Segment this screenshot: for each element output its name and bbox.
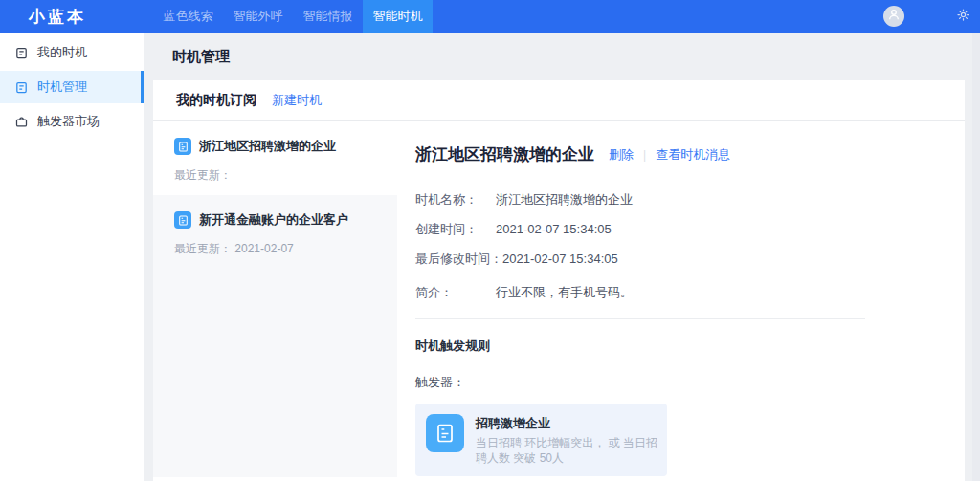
person-icon (886, 7, 902, 26)
trigger-card-text: 招聘激增企业 当日招聘 环比增幅突出， 或 当日招聘人数 突破 50人 (476, 414, 663, 466)
list-item[interactable]: 新开通金融账户的企业客户 最近更新： 2021-02-07 (153, 195, 397, 269)
app-logo: 小蓝本 (0, 0, 144, 33)
tab-my-subscriptions[interactable]: 我的时机订阅 (176, 92, 256, 109)
nav-menu: 蓝色线索 智能外呼 智能情报 智能时机 (153, 0, 433, 33)
trigger-label: 触发器： (415, 374, 965, 391)
list-item-selected[interactable]: 浙江地区招聘激增的企业 最近更新： (153, 121, 397, 195)
list-item-updated: 最近更新： 2021-02-07 (174, 241, 380, 257)
detail-title: 浙江地区招聘激增的企业 (415, 143, 594, 165)
trigger-card-description: 当日招聘 环比增幅突出， 或 当日招聘人数 突破 50人 (476, 435, 663, 466)
sidebar-item-label: 触发器市场 (37, 113, 100, 130)
section-divider (415, 318, 865, 319)
sidebar-item-timing-manage[interactable]: 时机管理 (0, 71, 144, 103)
timing-doc-icon (174, 138, 191, 155)
trigger-card-title: 招聘激增企业 (476, 415, 663, 432)
field-value: 2021-02-07 15:34:05 (496, 221, 612, 237)
field-value: 2021-02-07 15:34:05 (502, 251, 618, 267)
page-scrollbar[interactable] (972, 33, 980, 481)
rules-section-title: 时机触发规则 (415, 338, 965, 355)
field-value: 行业不限，有手机号码。 (496, 284, 633, 300)
nav-item-smart-intel[interactable]: 智能情报 (293, 0, 363, 33)
updated-value: 2021-02-07 (234, 242, 293, 255)
list-rest: 新开通金融账户的企业客户 最近更新： 2021-02-07 (153, 195, 397, 477)
list-item-title: 新开通金融账户的企业客户 (199, 211, 348, 229)
new-timing-button[interactable]: 新建时机 (272, 92, 322, 109)
detail-head: 浙江地区招聘激增的企业 删除 | 查看时机消息 (415, 143, 965, 165)
list-item-head: 新开通金融账户的企业客户 (174, 211, 380, 229)
field-name: 时机名称： 浙江地区招聘激增的企业 (415, 191, 965, 208)
sidebar: 我的时机 时机管理 触发器市场 (0, 33, 144, 481)
field-value: 浙江地区招聘激增的企业 (496, 191, 633, 208)
list-item-title: 浙江地区招聘激增的企业 (199, 138, 336, 155)
delete-button[interactable]: 删除 (609, 146, 634, 164)
gear-icon (956, 8, 970, 26)
field-modified: 最后修改时间： 2021-02-07 15:34:05 (415, 251, 965, 267)
vertical-separator: | (643, 148, 646, 162)
trigger-card[interactable]: 招聘激增企业 当日招聘 环比增幅突出， 或 当日招聘人数 突破 50人 (415, 404, 667, 476)
nav-item-smart-timing[interactable]: 智能时机 (363, 0, 433, 33)
detail-panel: 浙江地区招聘激增的企业 删除 | 查看时机消息 时机名称： 浙江地区招聘激增的企… (397, 121, 965, 481)
updated-label: 最近更新： (174, 168, 232, 182)
field-label: 最后修改时间： (415, 251, 502, 267)
card-header: 我的时机订阅 新建时机 (153, 80, 965, 121)
navbar-right (883, 0, 980, 33)
timing-manage-icon (14, 80, 29, 95)
subscription-list: 浙江地区招聘激增的企业 最近更新： 新 (153, 121, 397, 481)
field-intro: 简介： 行业不限，有手机号码。 (415, 284, 965, 300)
field-label: 简介： (415, 284, 496, 300)
top-navbar: 小蓝本 蓝色线索 智能外呼 智能情报 智能时机 (0, 0, 980, 33)
field-created: 创建时间： 2021-02-07 15:34:05 (415, 221, 965, 237)
card-body: 浙江地区招聘激增的企业 最近更新： 新 (153, 121, 965, 481)
detail-fields: 时机名称： 浙江地区招聘激增的企业 创建时间： 2021-02-07 15:34… (415, 191, 965, 300)
settings-button[interactable] (956, 8, 970, 26)
my-timing-icon (14, 46, 29, 60)
sidebar-item-label: 我的时机 (37, 44, 87, 61)
user-avatar[interactable] (883, 6, 904, 27)
nav-item-blue-leads[interactable]: 蓝色线索 (153, 0, 223, 33)
trigger-market-icon (14, 115, 29, 129)
trigger-doc-icon (426, 414, 464, 452)
view-messages-button[interactable]: 查看时机消息 (656, 146, 730, 164)
updated-label: 最近更新： (174, 242, 232, 255)
field-label: 时机名称： (415, 191, 496, 208)
main-area: 时机管理 我的时机订阅 新建时机 浙江地区招聘激增的企业 (144, 33, 980, 481)
page-title: 时机管理 (144, 33, 980, 80)
list-item-head: 浙江地区招聘激增的企业 (174, 138, 380, 155)
sidebar-item-label: 时机管理 (37, 78, 87, 96)
field-label: 创建时间： (415, 221, 496, 237)
timing-doc-icon (174, 211, 191, 229)
sidebar-item-my-timing[interactable]: 我的时机 (0, 36, 144, 69)
sidebar-item-trigger-market[interactable]: 触发器市场 (0, 105, 144, 138)
nav-item-smart-call[interactable]: 智能外呼 (223, 0, 293, 33)
content-card: 我的时机订阅 新建时机 浙江地区招聘激增的企业 最 (153, 80, 965, 481)
list-item-updated: 最近更新： (174, 167, 380, 184)
